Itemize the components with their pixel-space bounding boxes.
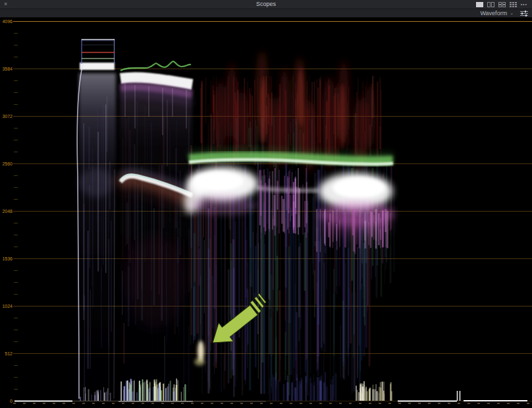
scopes-window: × Scopes ••• xyxy=(0,0,532,408)
layout-quad-icon[interactable] xyxy=(498,2,506,7)
waveform-scope-display: 40963584307225602048153610245120 xyxy=(0,18,532,408)
layout-grid-icon[interactable] xyxy=(510,2,517,7)
more-options-icon[interactable]: ••• xyxy=(521,0,527,9)
window-title: Scopes xyxy=(0,0,532,9)
settings-sliders-icon[interactable] xyxy=(520,11,528,16)
scope-type-dropdown[interactable]: Waveform ⌄ xyxy=(480,9,514,17)
layout-dual-icon[interactable] xyxy=(487,2,494,7)
waveform-trace-image xyxy=(0,18,532,408)
layout-icon-group: ••• xyxy=(476,0,527,9)
scope-type-label: Waveform xyxy=(480,9,507,17)
titlebar: × Scopes ••• xyxy=(0,0,532,9)
scope-toolbar: Waveform ⌄ xyxy=(0,9,532,18)
chevron-down-icon: ⌄ xyxy=(510,10,514,16)
layout-single-icon[interactable] xyxy=(476,2,483,7)
